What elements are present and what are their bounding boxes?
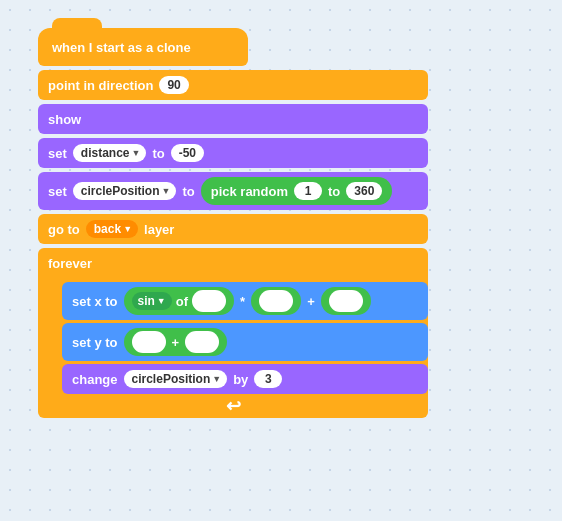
go-to-layer-block[interactable]: go to back ▼ layer — [38, 214, 428, 244]
show-block[interactable]: show — [38, 104, 428, 134]
y-oval-1[interactable] — [132, 331, 166, 353]
direction-value[interactable]: 90 — [159, 76, 188, 94]
set-circlepos-label: set — [48, 184, 67, 199]
blocks-stack: when I start as a clone point in directi… — [38, 28, 428, 418]
pick-random-label: pick random — [211, 184, 288, 199]
distance-dropdown[interactable]: distance ▼ — [73, 144, 147, 162]
show-label: show — [48, 112, 81, 127]
set-x-block[interactable]: set x to sin ▼ of * + — [62, 282, 428, 320]
set-distance-block[interactable]: set distance ▼ to -50 — [38, 138, 428, 168]
forever-header: forever — [38, 248, 428, 278]
plus-block[interactable] — [321, 287, 371, 315]
times-symbol: * — [240, 294, 245, 309]
multiply-block[interactable] — [251, 287, 301, 315]
forever-block[interactable]: forever set x to sin ▼ of * — [38, 248, 428, 418]
distance-dropdown-arrow: ▼ — [131, 148, 140, 158]
set-distance-to: to — [152, 146, 164, 161]
set-x-label: set x to — [72, 294, 118, 309]
sin-input-oval[interactable] — [192, 290, 226, 312]
y-plus-symbol: + — [172, 335, 180, 350]
circlepos-dropdown-arrow: ▼ — [162, 186, 171, 196]
plus-symbol: + — [307, 294, 315, 309]
layer-label: layer — [144, 222, 174, 237]
distance-value[interactable]: -50 — [171, 144, 204, 162]
hat-label: when I start as a clone — [52, 40, 191, 55]
back-dropdown-arrow: ▼ — [123, 224, 132, 234]
point-direction-block[interactable]: point in direction 90 — [38, 70, 428, 100]
change-circlepos-dropdown[interactable]: circlePosition ▼ — [124, 370, 228, 388]
sin-dropdown[interactable]: sin ▼ — [132, 292, 172, 310]
change-label: change — [72, 372, 118, 387]
pick-random-to[interactable]: 360 — [346, 182, 382, 200]
set-circlepos-to: to — [182, 184, 194, 199]
circlepos-dropdown[interactable]: circlePosition ▼ — [73, 182, 177, 200]
of-label: of — [176, 294, 188, 309]
set-circlepos-block[interactable]: set circlePosition ▼ to pick random 1 to… — [38, 172, 428, 210]
back-dropdown[interactable]: back ▼ — [86, 220, 138, 238]
change-value[interactable]: 3 — [254, 370, 282, 388]
y-plus-block[interactable]: + — [124, 328, 228, 356]
forever-body: set x to sin ▼ of * + — [58, 278, 428, 398]
plus-oval[interactable] — [329, 290, 363, 312]
set-distance-label: set — [48, 146, 67, 161]
set-y-block[interactable]: set y to + — [62, 323, 428, 361]
sin-operator[interactable]: sin ▼ of — [124, 287, 235, 315]
change-circlepos-arrow: ▼ — [212, 374, 221, 384]
pick-random-from[interactable]: 1 — [294, 182, 322, 200]
set-y-label: set y to — [72, 335, 118, 350]
sin-dropdown-arrow: ▼ — [157, 296, 166, 306]
multiply-oval[interactable] — [259, 290, 293, 312]
repeat-arrow: ↩ — [226, 395, 241, 417]
point-direction-label: point in direction — [48, 78, 153, 93]
hat-block[interactable]: when I start as a clone — [38, 28, 248, 66]
forever-label: forever — [48, 256, 92, 271]
go-to-label: go to — [48, 222, 80, 237]
change-circlepos-block[interactable]: change circlePosition ▼ by 3 — [62, 364, 428, 394]
by-label: by — [233, 372, 248, 387]
y-oval-2[interactable] — [185, 331, 219, 353]
pick-random-block[interactable]: pick random 1 to 360 — [201, 177, 393, 205]
pick-random-to-label: to — [328, 184, 340, 199]
forever-footer: ↩ — [38, 398, 428, 418]
